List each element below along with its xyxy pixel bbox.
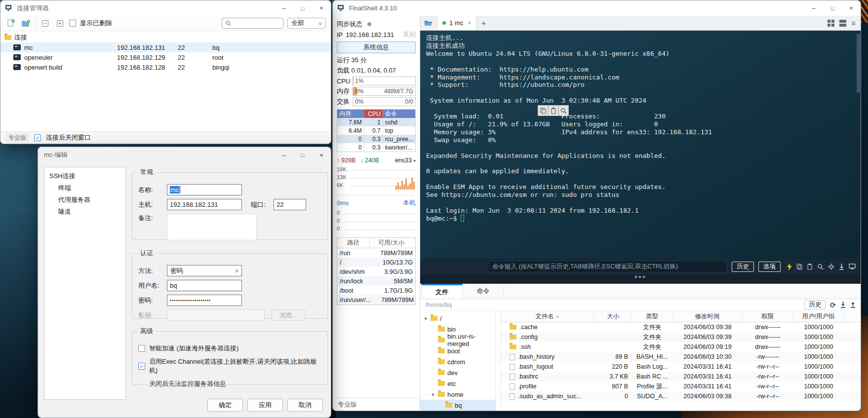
close-icon[interactable]: × [312, 147, 331, 163]
ok-button[interactable]: 确定 [207, 399, 243, 412]
minimize-icon[interactable]: – [275, 147, 293, 163]
connection-manager-titlebar[interactable]: 连接管理器 – □ × [0, 0, 331, 16]
tree-item[interactable]: bq [420, 400, 495, 411]
monitor-icon[interactable] [849, 264, 856, 269]
terminal[interactable]: 连接主机...连接主机成功Welcome to Ubuntu 24.04 LTS… [420, 31, 861, 259]
system-info-button[interactable]: 系统信息 [337, 41, 416, 53]
method-select[interactable]: 密码∨ [167, 265, 242, 276]
copy-ip-button[interactable]: 复制 [403, 30, 416, 39]
file-row[interactable]: .sudo_as_admin_suc...0SUDO_A...2024/06/0… [501, 391, 861, 401]
path-history-button[interactable]: 历史 [804, 300, 826, 309]
file-row[interactable]: .bash_history89 BBASH_HI...2024/06/03 10… [501, 352, 861, 362]
process-col-header[interactable]: 命令 [383, 110, 415, 118]
panel-splitter[interactable]: ●●● [420, 274, 861, 284]
connection-row[interactable]: openwrt build192.168.182.12822bingqi [0, 62, 331, 72]
paste-icon[interactable] [807, 264, 813, 270]
tree-item[interactable]: cdrom [420, 356, 495, 367]
expand-all-icon[interactable]: + [54, 18, 65, 29]
tab-close-icon[interactable]: × [468, 20, 471, 27]
file-col-header[interactable]: 权限 [743, 311, 793, 322]
apply-button[interactable]: 应用 [247, 399, 283, 412]
file-col-header[interactable]: 用户/用户组 [793, 311, 844, 322]
file-col-header[interactable]: 文件名∧ [501, 311, 594, 322]
show-deleted-checkbox[interactable]: ✓ [69, 20, 76, 27]
connection-row[interactable]: openeuler192.168.182.12922root [0, 52, 331, 62]
collapse-all-icon[interactable]: − [39, 18, 50, 29]
tree-item[interactable]: etc [420, 378, 495, 389]
lightning-icon[interactable] [787, 263, 792, 270]
download-icon[interactable] [839, 264, 844, 270]
dialog-titlebar[interactable]: mc-编辑 – □ × [38, 147, 331, 163]
file-row[interactable]: .config文件夹2024/06/03 09:39drwx------1000… [501, 332, 861, 342]
copy-icon[interactable] [796, 264, 802, 270]
port-field[interactable]: 22 [274, 199, 306, 210]
minimize-icon[interactable]: – [275, 0, 293, 16]
refresh-icon[interactable]: ⟳ [830, 301, 836, 309]
main-titlebar[interactable]: FinalShell 4.3.10 – □ × [333, 0, 861, 16]
file-row[interactable]: .bash_logout220 BBash Log...2024/03/31 1… [501, 362, 861, 372]
command-input[interactable]: 命令输入 (按ALT键提示历史,TAB键路径,ESC键返回,双击CTRL切换) [488, 261, 727, 272]
file-col-header[interactable]: 类型 [632, 311, 672, 322]
tree-item[interactable]: bin.usr-is-merged [420, 335, 495, 345]
file-row[interactable]: .profile807 BProfile 源...2024/03/31 16:4… [501, 381, 861, 391]
new-folder-button[interactable] [20, 18, 31, 29]
new-tab-button[interactable]: + [481, 19, 486, 27]
history-button[interactable]: 历史 [732, 262, 754, 272]
close-after-connect-checkbox[interactable]: ✓ [34, 134, 41, 141]
tab-commands[interactable]: 命令 [463, 284, 504, 299]
process-col-header[interactable]: 内存 [337, 110, 364, 118]
interface-select[interactable]: ens33 ▾ [395, 157, 416, 164]
file-row[interactable]: .bashrc3.7 KBBash RC ...2024/03/31 16:41… [501, 372, 861, 381]
maximize-icon[interactable]: □ [293, 147, 312, 163]
connections-root[interactable]: 连接 [0, 33, 331, 42]
tree-item[interactable]: ▾/ [420, 313, 495, 324]
close-icon[interactable]: × [312, 0, 331, 16]
search-icon[interactable] [817, 264, 824, 270]
disk-col-header[interactable]: 路径 [337, 238, 370, 248]
dialog-nav-item[interactable]: 隧道 [44, 206, 125, 218]
upload-icon[interactable] [850, 302, 856, 308]
process-col-header[interactable]: CPU [364, 110, 383, 118]
filter-select[interactable]: 全部 ∨ [287, 18, 326, 29]
file-col-header[interactable]: 修改时间 [672, 311, 743, 322]
cancel-button[interactable]: 取消 [287, 399, 323, 412]
options-button[interactable]: 选项 [758, 262, 781, 272]
layout-grid-icon[interactable] [828, 20, 834, 27]
exec-channel-checkbox[interactable]: ✓ [138, 363, 145, 370]
gear-icon[interactable] [828, 264, 834, 270]
note-field[interactable] [167, 214, 257, 240]
open-folder-button[interactable] [420, 16, 437, 30]
connection-search[interactable] [222, 18, 283, 29]
tree-item[interactable]: ▾home [420, 389, 495, 400]
tree-splitter[interactable]: ⋮ [495, 311, 500, 411]
smart-accel-checkbox[interactable]: ✓ [138, 345, 145, 352]
tab-files[interactable]: 文件 [421, 284, 463, 299]
password-field[interactable]: •••••••••••••••••••• [167, 295, 242, 306]
paste-icon[interactable] [548, 105, 558, 116]
menu-icon[interactable]: ≡ [851, 19, 856, 27]
terminal-scrollbar[interactable] [857, 34, 860, 93]
maximize-icon[interactable]: □ [823, 0, 842, 16]
new-connection-button[interactable] [5, 18, 16, 29]
download-icon[interactable] [840, 302, 846, 308]
dialog-nav-item[interactable]: 代理服务器 [44, 194, 125, 206]
username-field[interactable]: bq [167, 280, 242, 291]
dialog-nav-item[interactable]: 终端 [44, 182, 125, 194]
search-input[interactable] [234, 19, 273, 27]
connection-row[interactable]: mc192.168.182.13122bq [0, 42, 331, 52]
tree-item[interactable]: dev [420, 367, 495, 378]
copy-icon[interactable] [538, 105, 548, 116]
name-field[interactable]: mc [167, 184, 242, 195]
file-col-header[interactable]: 大小 [594, 311, 632, 322]
layout-split-icon[interactable] [839, 20, 846, 27]
search-icon[interactable] [558, 105, 569, 116]
file-row[interactable]: .cache文件夹2024/06/03 09:38drwx------1000/… [501, 322, 861, 332]
maximize-icon[interactable]: □ [293, 0, 312, 16]
dialog-nav-item[interactable]: SSH连接 [44, 170, 125, 182]
close-icon[interactable]: × [842, 0, 861, 16]
disk-col-header[interactable]: 可用/大小 [370, 239, 415, 247]
file-row[interactable]: .ssh文件夹2024/06/03 09:19drwx------1000/10… [501, 342, 861, 352]
path-input[interactable]: /home/bq [425, 301, 800, 308]
minimize-icon[interactable]: – [804, 0, 823, 16]
host-field[interactable]: 192.168.182.131 [167, 199, 242, 210]
